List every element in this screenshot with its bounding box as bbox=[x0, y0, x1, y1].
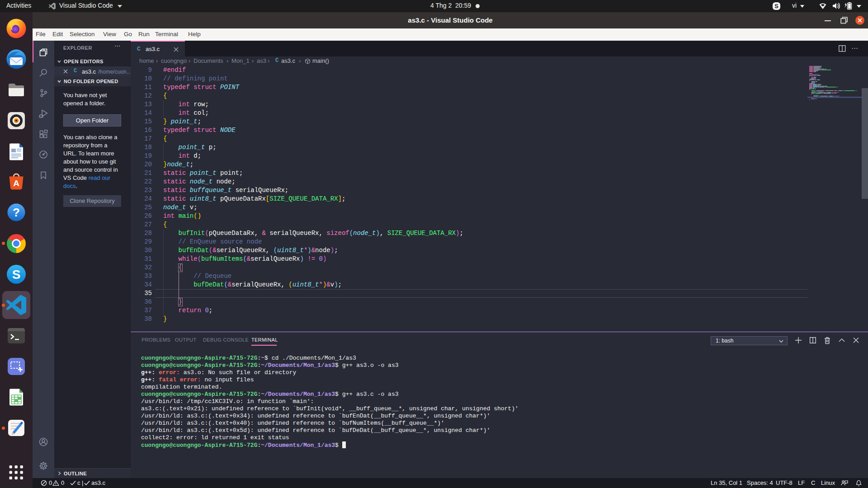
svg-text:?: ? bbox=[13, 206, 20, 219]
svg-text:S: S bbox=[12, 267, 21, 282]
svg-text:A: A bbox=[13, 178, 19, 188]
